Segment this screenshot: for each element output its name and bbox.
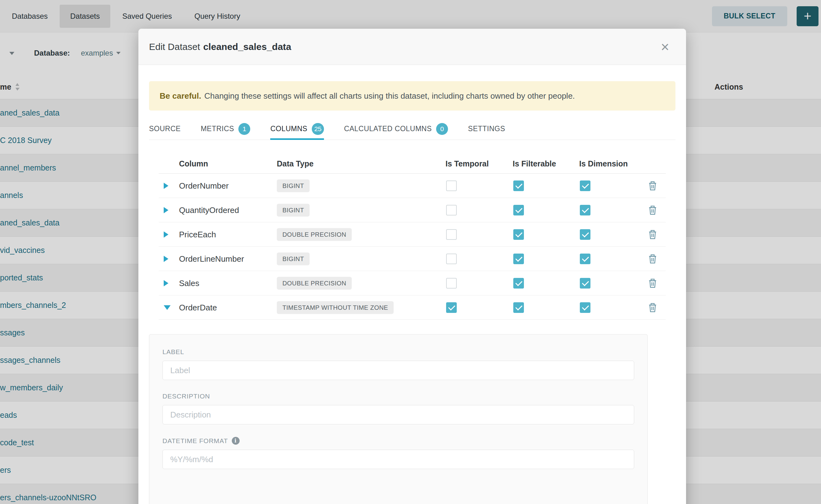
- is-dimension-checkbox[interactable]: [580, 229, 591, 240]
- data-type-badge: DOUBLE PRECISION: [277, 277, 352, 289]
- tab-label: COLUMNS: [270, 125, 307, 133]
- data-type-badge: DOUBLE PRECISION: [277, 228, 352, 241]
- delete-icon[interactable]: [648, 254, 657, 264]
- delete-icon[interactable]: [648, 229, 657, 240]
- modal-tabs: SOURCE METRICS 1 COLUMNS 25 CALCULATED C…: [149, 118, 675, 140]
- tab-badge: 25: [312, 123, 324, 135]
- is-filterable-checkbox[interactable]: [513, 180, 524, 191]
- col-header-is-filterable: Is Filterable: [513, 154, 556, 174]
- col-header-column: Column: [179, 154, 208, 174]
- column-name: QuantityOrdered: [179, 205, 239, 215]
- label-input[interactable]: [162, 361, 634, 380]
- expand-caret-icon[interactable]: [164, 231, 168, 238]
- columns-table: Column Data Type Is Temporal Is Filterab…: [159, 154, 666, 320]
- collapse-caret-icon[interactable]: [164, 305, 171, 310]
- field-label-text: LABEL: [162, 348, 184, 356]
- columns-table-header: Column Data Type Is Temporal Is Filterab…: [159, 154, 666, 174]
- table-row: OrderNumber BIGINT: [159, 174, 666, 198]
- modal-title: Edit Datasetcleaned_sales_data: [149, 42, 291, 52]
- delete-icon[interactable]: [648, 205, 657, 215]
- is-dimension-checkbox[interactable]: [580, 278, 591, 289]
- column-name: OrderDate: [179, 303, 217, 312]
- warning-banner-bold: Be careful.: [160, 91, 201, 101]
- is-temporal-checkbox[interactable]: [446, 180, 457, 191]
- is-filterable-checkbox[interactable]: [513, 278, 524, 289]
- col-header-is-temporal: Is Temporal: [446, 154, 489, 174]
- data-type-badge: BIGINT: [277, 204, 309, 216]
- delete-icon[interactable]: [648, 278, 657, 289]
- tab-label: METRICS: [200, 125, 234, 133]
- tab-metrics[interactable]: METRICS 1: [200, 118, 250, 140]
- data-type-badge: TIMESTAMP WITHOUT TIME ZONE: [277, 301, 393, 314]
- is-temporal-checkbox[interactable]: [446, 278, 457, 289]
- is-filterable-checkbox[interactable]: [513, 205, 524, 215]
- is-dimension-checkbox[interactable]: [580, 180, 591, 191]
- is-filterable-checkbox[interactable]: [513, 302, 524, 313]
- warning-banner-text: Changing these settings will affect all …: [204, 91, 575, 101]
- edit-dataset-modal: Edit Datasetcleaned_sales_data × Be care…: [138, 29, 686, 504]
- modal-header: Edit Datasetcleaned_sales_data ×: [138, 29, 686, 65]
- label-field-label: LABEL: [162, 348, 634, 356]
- column-name: Sales: [179, 278, 199, 288]
- description-field-label: DESCRIPTION: [162, 393, 634, 400]
- tab-calculated-columns[interactable]: CALCULATED COLUMNS 0: [344, 118, 448, 140]
- modal-title-dataset-name: cleaned_sales_data: [203, 42, 291, 52]
- table-row: OrderLineNumber BIGINT: [159, 247, 666, 271]
- table-row: PriceEach DOUBLE PRECISION: [159, 222, 666, 247]
- tab-label: SETTINGS: [468, 125, 505, 133]
- data-type-badge: BIGINT: [277, 179, 309, 192]
- tab-badge: 1: [238, 123, 250, 135]
- info-icon[interactable]: i: [232, 437, 240, 445]
- close-icon[interactable]: ×: [658, 38, 672, 55]
- is-temporal-checkbox[interactable]: [446, 205, 457, 215]
- col-header-data-type: Data Type: [277, 154, 314, 174]
- delete-icon[interactable]: [648, 302, 657, 313]
- tab-settings[interactable]: SETTINGS: [468, 118, 505, 140]
- is-filterable-checkbox[interactable]: [513, 254, 524, 264]
- expand-caret-icon[interactable]: [164, 207, 168, 213]
- tab-label: SOURCE: [149, 125, 180, 133]
- col-header-is-dimension: Is Dimension: [579, 154, 628, 174]
- datetime-format-input[interactable]: [162, 450, 634, 469]
- is-temporal-checkbox[interactable]: [446, 302, 457, 313]
- column-detail-panel: LABEL DESCRIPTION DATETIME FORMAT i: [149, 334, 648, 504]
- is-temporal-checkbox[interactable]: [446, 229, 457, 240]
- description-input[interactable]: [162, 405, 634, 424]
- tab-badge: 0: [436, 123, 448, 135]
- column-name: PriceEach: [179, 230, 216, 239]
- field-label-text: DATETIME FORMAT: [162, 437, 228, 445]
- warning-banner: Be careful. Changing these settings will…: [149, 81, 675, 111]
- expand-caret-icon[interactable]: [164, 280, 168, 286]
- datetime-format-field-label: DATETIME FORMAT i: [162, 437, 634, 445]
- tab-label: CALCULATED COLUMNS: [344, 125, 432, 133]
- tab-columns[interactable]: COLUMNS 25: [270, 118, 324, 140]
- modal-body: Be careful. Changing these settings will…: [138, 81, 686, 504]
- field-label-text: DESCRIPTION: [162, 393, 210, 400]
- column-name: OrderLineNumber: [179, 254, 244, 264]
- is-temporal-checkbox[interactable]: [446, 254, 457, 264]
- is-dimension-checkbox[interactable]: [580, 205, 591, 215]
- table-row: QuantityOrdered BIGINT: [159, 198, 666, 222]
- expand-caret-icon[interactable]: [164, 183, 168, 189]
- is-dimension-checkbox[interactable]: [580, 302, 591, 313]
- tab-source[interactable]: SOURCE: [149, 118, 180, 140]
- modal-title-prefix: Edit Dataset: [149, 42, 200, 52]
- data-type-badge: BIGINT: [277, 252, 309, 265]
- expand-caret-icon[interactable]: [164, 256, 168, 262]
- is-dimension-checkbox[interactable]: [580, 254, 591, 264]
- column-name: OrderNumber: [179, 181, 229, 190]
- table-row: Sales DOUBLE PRECISION: [159, 271, 666, 295]
- table-row: OrderDate TIMESTAMP WITHOUT TIME ZONE: [159, 295, 666, 320]
- is-filterable-checkbox[interactable]: [513, 229, 524, 240]
- delete-icon[interactable]: [648, 180, 657, 191]
